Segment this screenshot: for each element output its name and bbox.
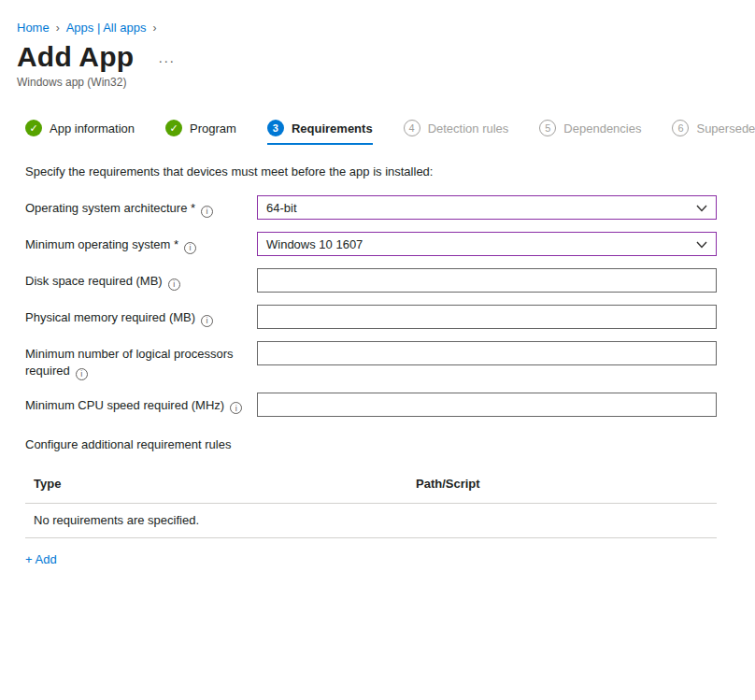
- requirements-form: Specify the requirements that devices mu…: [25, 164, 717, 567]
- cpu-speed-input[interactable]: [257, 393, 717, 417]
- field-row-os-architecture: Operating system architecture *i 64-bit: [25, 195, 717, 220]
- os-architecture-select[interactable]: 64-bit: [257, 195, 717, 220]
- disk-space-input[interactable]: [257, 268, 717, 293]
- field-label: Operating system architecture *i: [25, 195, 257, 218]
- page-subtitle: Windows app (Win32): [0, 73, 755, 89]
- chevron-down-icon: [696, 241, 707, 249]
- check-icon: ✓: [25, 120, 42, 136]
- breadcrumb-all-apps-link[interactable]: Apps | All apps: [66, 21, 147, 35]
- select-value: Windows 10 1607: [266, 237, 363, 251]
- info-icon[interactable]: i: [184, 242, 196, 254]
- field-row-physical-memory: Physical memory required (MB)i: [25, 305, 717, 329]
- additional-rules-label: Configure additional requirement rules: [25, 437, 717, 451]
- chevron-right-icon: ›: [56, 21, 60, 35]
- field-label-text: Operating system architecture *: [25, 201, 195, 215]
- field-label-text: Physical memory required (MB): [25, 310, 195, 324]
- info-icon[interactable]: i: [168, 279, 180, 291]
- step-label: App information: [50, 121, 135, 136]
- logical-processors-input[interactable]: [257, 341, 717, 365]
- minimum-os-select[interactable]: Windows 10 1607: [257, 232, 717, 256]
- info-icon[interactable]: i: [76, 368, 88, 380]
- step-app-information[interactable]: ✓ App information: [25, 120, 135, 145]
- chevron-right-icon: ›: [152, 21, 156, 35]
- field-label-text: Minimum number of logical processors req…: [25, 347, 234, 378]
- breadcrumb: Home › Apps | All apps ›: [0, 0, 755, 35]
- column-header-path-script: Path/Script: [407, 465, 717, 504]
- step-label: Dependencies: [563, 121, 641, 136]
- step-number-badge: 4: [404, 120, 420, 136]
- field-label: Minimum CPU speed required (MHz)i: [25, 393, 257, 415]
- step-supersedence[interactable]: 6 Supersedence: [672, 120, 755, 145]
- wizard-steps: ✓ App information ✓ Program 3 Requiremen…: [25, 120, 755, 145]
- step-number-badge: 5: [539, 120, 556, 136]
- physical-memory-input[interactable]: [257, 305, 717, 329]
- check-icon: ✓: [165, 120, 182, 136]
- step-label: Requirements: [292, 121, 373, 136]
- step-number-badge: 3: [267, 120, 284, 136]
- info-icon[interactable]: i: [201, 206, 213, 218]
- field-label-text: Minimum operating system *: [25, 237, 178, 251]
- field-label-text: Disk space required (MB): [25, 274, 163, 288]
- page-title: Add App: [17, 41, 134, 73]
- field-row-minimum-os: Minimum operating system *i Windows 10 1…: [25, 232, 717, 256]
- field-label: Physical memory required (MB)i: [25, 305, 257, 327]
- info-icon[interactable]: i: [201, 315, 213, 327]
- requirements-table: Type Path/Script No requirements are spe…: [25, 465, 717, 538]
- step-requirements[interactable]: 3 Requirements: [267, 120, 373, 145]
- field-row-logical-processors: Minimum number of logical processors req…: [25, 341, 717, 380]
- step-label: Supersedence: [696, 121, 755, 136]
- step-label: Detection rules: [428, 121, 509, 136]
- step-number-badge: 6: [672, 120, 689, 136]
- table-header-row: Type Path/Script: [25, 465, 717, 504]
- table-empty-row: No requirements are specified.: [25, 503, 717, 537]
- chevron-down-icon: [696, 205, 707, 212]
- select-value: 64-bit: [266, 201, 297, 215]
- form-instruction: Specify the requirements that devices mu…: [25, 164, 717, 179]
- field-label: Minimum number of logical processors req…: [25, 341, 257, 380]
- field-row-cpu-speed: Minimum CPU speed required (MHz)i: [25, 393, 717, 417]
- column-header-type: Type: [25, 465, 407, 504]
- step-program[interactable]: ✓ Program: [165, 120, 236, 145]
- field-label: Minimum operating system *i: [25, 232, 257, 254]
- field-row-disk-space: Disk space required (MB)i: [25, 268, 717, 293]
- title-row: Add App ···: [0, 35, 755, 73]
- more-options-button[interactable]: ···: [158, 53, 178, 73]
- breadcrumb-home-link[interactable]: Home: [17, 21, 50, 35]
- add-requirement-link[interactable]: + Add: [25, 552, 57, 566]
- step-detection-rules[interactable]: 4 Detection rules: [404, 120, 509, 145]
- step-dependencies[interactable]: 5 Dependencies: [539, 120, 641, 145]
- info-icon[interactable]: i: [230, 402, 242, 414]
- field-label: Disk space required (MB)i: [25, 268, 257, 291]
- field-label-text: Minimum CPU speed required (MHz): [25, 398, 224, 412]
- empty-message: No requirements are specified.: [25, 503, 717, 537]
- step-label: Program: [190, 121, 236, 136]
